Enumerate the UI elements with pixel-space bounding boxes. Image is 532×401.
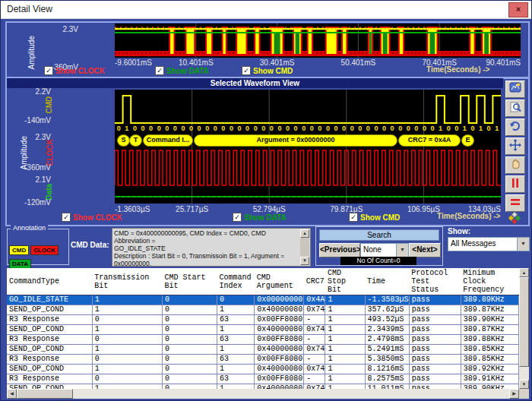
bit-value: 0 xyxy=(299,125,308,132)
checkbox-check-icon[interactable]: ✓ xyxy=(349,213,358,222)
scrollbar-thumb[interactable] xyxy=(17,389,73,399)
checkbox-check-icon[interactable]: ✓ xyxy=(233,213,242,222)
bit-value: 0 xyxy=(243,125,252,132)
undo-button[interactable] xyxy=(505,118,525,136)
zoom-page-button[interactable] xyxy=(505,99,525,117)
scroll-down-icon[interactable]: ▼ xyxy=(300,257,309,265)
chevron-down-icon[interactable]: ▼ xyxy=(517,238,529,251)
scroll-left-icon[interactable]: ◀ xyxy=(7,389,17,399)
show-channel-checkbox[interactable]: ✓Show CMD xyxy=(349,213,400,222)
column-header[interactable]: Transmission Bit xyxy=(92,268,162,295)
table-cell: pass xyxy=(409,355,461,365)
overview-plot[interactable] xyxy=(115,24,521,58)
cmd-data-scrollbar[interactable]: ▲ ▼ xyxy=(300,229,309,265)
scroll-right-icon[interactable]: ▶ xyxy=(509,389,519,399)
table-row[interactable]: R3 Response00630x00FF8080-15.3850mSpass3… xyxy=(7,355,519,365)
bit-value: 0 xyxy=(283,125,292,132)
show-channel-checkbox[interactable]: ✓Show DATA xyxy=(155,66,209,75)
bit-value: 0 xyxy=(179,125,188,132)
show-channel-checkbox[interactable]: ✓Show CLOCK xyxy=(62,213,122,222)
table-row[interactable]: GO_IDLE_STATE1000x000000000x4A1-1.3583µS… xyxy=(7,295,519,305)
table-cell: 0 xyxy=(217,295,255,305)
channel-chip-clock[interactable]: CLOCK xyxy=(30,245,58,255)
table-row[interactable]: R3 Response00630x00FF8080-18.2575mSpass3… xyxy=(7,374,519,384)
table-cell: 0 xyxy=(162,345,217,355)
column-header[interactable]: Time xyxy=(365,268,409,295)
checkbox-check-icon[interactable]: ✓ xyxy=(242,66,251,75)
table-cell: 1 xyxy=(92,345,162,355)
table-cell: pass xyxy=(409,335,461,345)
next-button[interactable]: <Next> xyxy=(409,243,441,257)
table-cell: 1 xyxy=(325,374,365,384)
bit-value: 0 xyxy=(413,125,421,132)
decode-bubble: Argument = 0x00000000 xyxy=(194,134,397,147)
data-channel-label: Data xyxy=(45,175,53,200)
table-cell: 63 xyxy=(217,374,255,384)
table-cell: SEND_OP_COND xyxy=(7,325,92,335)
zoom-page-icon xyxy=(509,101,521,116)
move-button[interactable] xyxy=(505,137,525,155)
vertical-cursors-button[interactable] xyxy=(505,175,525,193)
table-row[interactable]: SEND_OP_COND1010x400000800x7415.2491mSpa… xyxy=(7,345,519,355)
show-filter-dropdown[interactable]: All Messages ▼ xyxy=(448,237,530,251)
color-pinwheel-icon[interactable] xyxy=(507,212,522,229)
column-header[interactable]: Protocol Test Status xyxy=(409,268,461,295)
pan-hand-button[interactable] xyxy=(505,156,525,174)
table-row[interactable]: SEND_OP_COND1010x400000800x7412.3439mSpa… xyxy=(7,325,519,335)
table-vertical-scrollbar[interactable]: ▲ ▼ xyxy=(519,268,529,389)
bit-value: 0 xyxy=(356,125,365,132)
decode-annotation-row: STCommand I...Argument = 0x00000000CRC7 … xyxy=(115,134,501,147)
table-cell: pass xyxy=(409,295,461,305)
chevron-down-icon[interactable]: ▼ xyxy=(396,244,408,257)
column-header[interactable]: CommandType xyxy=(7,268,92,295)
table-cell: 1 xyxy=(92,325,162,335)
bit-value: 1 xyxy=(477,125,485,132)
show-channel-checkbox[interactable]: ✓Show CLOCK xyxy=(44,66,105,75)
table-horizontal-scrollbar[interactable]: ◀ ▶ xyxy=(7,389,519,399)
scroll-up-icon[interactable]: ▲ xyxy=(300,229,309,238)
column-header[interactable]: CMD Argument xyxy=(255,268,304,295)
column-header[interactable]: Minimum Clock Frequency xyxy=(461,268,518,295)
scroll-up-icon[interactable]: ▲ xyxy=(519,268,529,277)
table-row[interactable]: SEND_OP_COND1010x400000800x7418.1216mSpa… xyxy=(7,365,519,374)
table-cell: 389.88KHz xyxy=(461,335,518,345)
column-header[interactable]: CRC7 xyxy=(304,268,325,295)
previous-button[interactable]: <Previous> xyxy=(319,243,360,257)
bit-value: 0 xyxy=(211,125,220,132)
decode-bubble: CRC7 = 0x4A xyxy=(398,134,461,147)
selected-waveform-panel: Selected Waveform View 2.2V CMD -140mV A… xyxy=(5,77,530,226)
column-header[interactable]: Command Index xyxy=(217,268,255,295)
show-channel-checkbox[interactable]: ✓Show DATA xyxy=(233,213,287,222)
table-cell: 0x40000080 xyxy=(255,305,304,315)
table-cell: pass xyxy=(409,345,461,355)
table-row[interactable]: R3 Response00630x00FF8080-1493.52µSpass3… xyxy=(7,315,519,325)
checkbox-check-icon[interactable]: ✓ xyxy=(155,66,164,75)
bit-value: 0 xyxy=(485,125,493,132)
table-row[interactable]: R3 Response00630x00FF8080-12.4798mSpass3… xyxy=(7,335,519,345)
selected-waveform-plot[interactable]: 0100000000000000000000000000000000000000… xyxy=(115,90,501,204)
table-cell: SEND_OP_COND xyxy=(7,345,92,355)
scope-settings-button[interactable] xyxy=(505,81,525,98)
cmd-data-box[interactable]: CMD = 0x400000000095, CMD Index = CMD0, … xyxy=(112,228,311,267)
checkbox-check-icon[interactable]: ✓ xyxy=(44,66,53,75)
search-selector-dropdown[interactable]: None ▼ xyxy=(360,243,409,257)
scroll-down-icon[interactable]: ▼ xyxy=(519,380,529,389)
checkbox-label: Show CMD xyxy=(360,213,400,222)
table-row[interactable]: SEND_OP_COND1010x400000800x741357.62µSpa… xyxy=(7,305,519,315)
scrollbar-thumb[interactable] xyxy=(519,277,529,367)
table-cell: 0x00FF8080 xyxy=(255,335,304,345)
bit-value: 0 xyxy=(268,125,276,132)
channel-chip-cmd[interactable]: CMD xyxy=(9,245,29,255)
checkbox-check-icon[interactable]: ✓ xyxy=(62,213,71,222)
table-cell: 2.4798mS xyxy=(365,335,409,345)
show-channel-checkbox[interactable]: ✓Show CMD xyxy=(242,66,293,75)
close-icon[interactable]: × xyxy=(508,2,528,17)
column-header[interactable]: CMD Start Bit xyxy=(162,268,217,295)
table-cell: 389.85KHz xyxy=(461,355,518,365)
column-header[interactable]: CMD Stop Bit xyxy=(325,268,365,295)
table-cell: 0 xyxy=(162,355,217,365)
bit-value: 0 xyxy=(445,125,453,132)
horizontal-cursors-button[interactable] xyxy=(505,194,525,212)
table-cell: 1 xyxy=(325,365,365,374)
table-cell: 0x74 xyxy=(304,365,325,374)
